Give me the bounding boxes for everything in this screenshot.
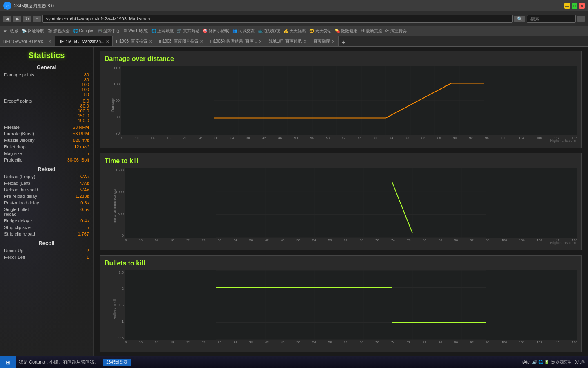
recoil-left-value: 1: [87, 255, 89, 260]
reload-empty-value: N/As: [79, 174, 89, 179]
bookmark-social[interactable]: 👥 同城交友: [232, 28, 255, 34]
tab-label: BF1: M1903 Marksman...: [58, 39, 104, 44]
bookmark-deals[interactable]: 💰 天天优惠: [283, 28, 306, 34]
tab-close-icon[interactable]: ✕: [149, 39, 152, 44]
bookmark-film[interactable]: 🎞 最新美剧: [361, 28, 382, 34]
maximize-button[interactable]: □: [572, 3, 577, 9]
close-button[interactable]: ✕: [579, 3, 585, 9]
bookmark-health[interactable]: 💊 微微健康: [335, 28, 357, 34]
bookmark-collections[interactable]: 收藏: [10, 28, 18, 34]
reload-threshold-value: N/Ax: [79, 187, 89, 192]
damage-points-row: Damage points 80 80 100 100 80: [4, 72, 89, 97]
bookmark-jokes[interactable]: 😄 天天笑话: [309, 28, 332, 34]
tab-close-active-icon[interactable]: ✕: [106, 39, 109, 44]
search-input[interactable]: [527, 15, 576, 23]
projectile-value: 30-06_Bolt: [67, 157, 89, 162]
back-button[interactable]: ◀: [3, 16, 11, 22]
dropoff-points-label: Dropoff points: [4, 99, 78, 103]
tab-m1903-search[interactable]: m1903_百度搜索 ✕: [113, 36, 156, 46]
mag-size-row: Mag size 5: [4, 150, 89, 156]
y-label-2.5: 2.5: [114, 270, 124, 274]
bridge-delay-value: 0.4s: [80, 218, 89, 223]
pre-reload-row: Pre-reload delay 1.233s: [4, 193, 89, 199]
firerate-value: 53 RPM: [73, 125, 89, 130]
reload-empty-row: Reload (Empty) N/As: [4, 174, 89, 180]
new-tab-button[interactable]: +: [339, 39, 349, 46]
tab-close-icon[interactable]: ✕: [258, 39, 262, 44]
y-label-80: 80: [109, 115, 120, 119]
taskbar-tray: tAte 🔊 🌐 🔋 浏览器医生 9九游: [519, 359, 588, 365]
damage-points-value: 80 80 100 100 80: [82, 72, 89, 97]
btk-chart-svg: [125, 270, 577, 340]
reload-button[interactable]: ↻: [23, 16, 31, 22]
y-label-1: 1: [114, 319, 124, 323]
muzzle-velocity-label: Muzzle velocity: [4, 138, 73, 143]
firerate-label: Firerate: [4, 125, 73, 130]
bullet-drop-row: Bullet drop 12 m/s²: [4, 144, 89, 150]
bookmark-games[interactable]: 🎮 游戏中心: [98, 28, 120, 34]
bridge-delay-label: Bridge delay *: [4, 218, 80, 223]
muzzle-velocity-value: 820 m/s: [73, 138, 89, 143]
tab-translate[interactable]: 百度翻译 ✕: [310, 36, 339, 46]
tab-bf1-bar[interactable]: 战地1吧_百度贴吧 ✕: [265, 36, 310, 46]
y-label-1.5: 1.5: [114, 303, 124, 307]
bookmark-video[interactable]: 🎬 影视大全: [47, 28, 70, 34]
reload-threshold-row: Reload threshold N/Ax: [4, 187, 89, 193]
single-bullet-value: 0.5s: [80, 207, 89, 212]
strip-clip-reload-label: Strip clip reload: [4, 231, 78, 236]
bookmark-games2[interactable]: 🎯 休闲小游戏: [203, 28, 229, 34]
bookmark-internet[interactable]: 🌐 上网导航: [151, 28, 174, 34]
reload-header: Reload: [4, 166, 89, 172]
firerate-burst-value: 53 RPM: [73, 131, 89, 136]
window-controls[interactable]: — □ ✕: [564, 3, 585, 9]
forward-button[interactable]: ▶: [13, 16, 21, 22]
search-icon[interactable]: 🔍: [514, 16, 525, 22]
home-button[interactable]: ⌂: [33, 16, 41, 22]
strip-clip-size-row: Strip clip size 5: [4, 224, 89, 230]
tab-close-icon[interactable]: ✕: [200, 39, 203, 44]
bookmark-jd[interactable]: 🛒 京东商城: [177, 28, 199, 34]
tab-close-icon[interactable]: ✕: [303, 39, 307, 44]
pre-reload-label: Pre-reload delay: [4, 194, 76, 199]
y-label-0.5: 0.5: [114, 336, 124, 340]
damage-chart-container: Damage over distance Damage 110 100 90 8…: [100, 51, 582, 148]
taskbar-browser[interactable]: 2345浏览器: [103, 359, 131, 366]
reload-left-value: N/As: [79, 181, 89, 186]
address-bar[interactable]: [42, 15, 513, 23]
y-label-90: 90: [109, 99, 120, 103]
tate-text: tAte: [522, 360, 530, 364]
tab-label: m1903的搜索结果_百度...: [210, 38, 257, 44]
mag-size-label: Mag size: [4, 151, 87, 156]
strip-clip-reload-value: 1.767: [78, 231, 89, 236]
bookmark-google[interactable]: 🌐 Googles: [73, 29, 94, 33]
bookmark-win10[interactable]: 🖥 Win10系统: [123, 28, 148, 34]
bookmark-video2[interactable]: 📺 在线影视: [258, 28, 281, 34]
tab-m1903[interactable]: BF1: M1903 Marksman... ✕: [55, 36, 113, 46]
damage-x-axis: 6101418222630343842465054586266707478828…: [121, 135, 577, 140]
taskbar-icons: 🔊 🌐 🔋: [532, 360, 549, 364]
bullet-drop-label: Bullet drop: [4, 144, 74, 149]
reload-empty-label: Reload (Empty): [4, 174, 79, 179]
recoil-header: Recoil: [4, 240, 89, 246]
bookmark-taobao[interactable]: 🛍 淘宝特卖: [385, 28, 407, 34]
minimize-button[interactable]: —: [564, 3, 570, 9]
tab-close-icon[interactable]: ✕: [48, 39, 51, 44]
tab-m1903-results[interactable]: m1903的搜索结果_百度... ✕: [207, 36, 265, 46]
bookmark-nav[interactable]: 📡 网址导航: [22, 28, 44, 34]
cortana-search[interactable]: 我是 Cortana，小娜。有问题尽管问我。: [16, 359, 101, 365]
tab-m1903-img[interactable]: m1903_百度图片搜索 ✕: [156, 36, 207, 46]
tab-gewehr[interactable]: BF1: Gewehr 98 Mark... ✕: [0, 36, 55, 46]
menu-button[interactable]: ≡: [577, 16, 585, 22]
start-button[interactable]: ⊞: [0, 356, 16, 368]
y-label-100: 100: [109, 82, 120, 86]
damage-chart-title: Damage over distance: [105, 55, 577, 63]
tab-close-icon[interactable]: ✕: [332, 39, 335, 44]
single-bullet-row: Single-bulletreload 0.5s: [4, 206, 89, 217]
ttk-chart-svg: [125, 168, 577, 238]
bridge-delay-row: Bridge delay * 0.4s: [4, 218, 89, 224]
btk-chart-container: Bullets to kill Bullets to kill 2.5 2 1.…: [100, 255, 582, 352]
mag-size-value: 5: [87, 151, 89, 156]
charts-panel: Damage over distance Damage 110 100 90 8…: [94, 47, 588, 356]
recoil-left-row: Recoil Left 1: [4, 254, 89, 260]
stats-panel: Statistics General Damage points 80 80 1…: [0, 47, 94, 356]
